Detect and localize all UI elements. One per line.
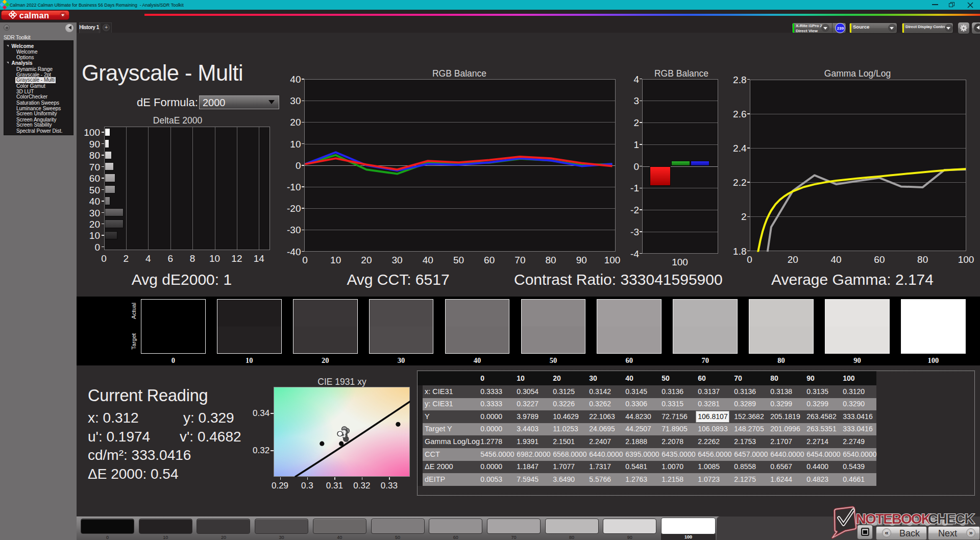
svg-text:NOTEBOOK: NOTEBOOK <box>856 511 932 527</box>
svg-text:CHECK: CHECK <box>928 511 975 527</box>
